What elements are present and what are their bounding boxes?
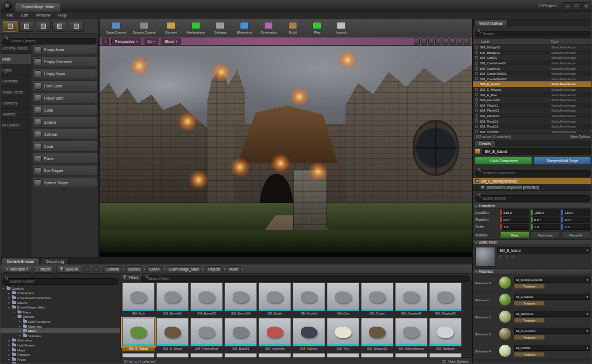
y-value-field[interactable]: 0.0 °	[531, 217, 560, 223]
viewport-3d-scene[interactable]	[100, 46, 472, 252]
folder-tree-item[interactable]: ▸ Effects	[1, 300, 120, 305]
folder-tree-item[interactable]: ▸ Maps	[1, 310, 120, 315]
toolbar-button[interactable]: Cinematics	[260, 22, 277, 34]
expand-caret-icon[interactable]: ▸	[19, 319, 22, 323]
outliner-search-input[interactable]	[475, 31, 591, 37]
x-value-field[interactable]: 1.0	[500, 224, 529, 230]
expand-caret-icon[interactable]: ▸	[8, 306, 11, 309]
mobility-option-button[interactable]: Static	[500, 231, 529, 238]
modes-category[interactable]: Lights	[1, 65, 31, 76]
scale-tool-icon[interactable]	[428, 38, 434, 45]
camera-speed-icon[interactable]	[457, 38, 463, 45]
toolbar-button[interactable]: Launch	[332, 22, 350, 34]
maximize-viewport-icon[interactable]	[464, 38, 470, 45]
level-tab[interactable]: ExamVillage_Main	[15, 3, 61, 12]
outliner-row[interactable]: SM_Bridge01 StaticMeshActor	[473, 45, 592, 50]
expand-caret-icon[interactable]: ▸	[8, 291, 11, 295]
asset-tile[interactable]: SM_Stairs	[122, 353, 155, 357]
asset-tile[interactable]: SM_Boat01	[224, 318, 257, 351]
filter-funnel-icon[interactable]	[123, 275, 127, 279]
section-materials[interactable]: ▾ Materials	[473, 268, 592, 274]
mobility-option-button[interactable]: Movable	[561, 231, 590, 238]
component-row[interactable]: StaticMeshComponent (Inherited)	[473, 184, 592, 190]
textures-badge[interactable]: Textures	[514, 301, 545, 306]
visibility-eye-icon[interactable]	[475, 125, 478, 128]
asset-tile[interactable]: SM_Stone02	[224, 353, 257, 357]
visibility-eye-icon[interactable]	[475, 82, 478, 86]
outliner-row[interactable]: SM_Bridge02 StaticMeshActor	[473, 50, 592, 56]
breadcrumb-item[interactable]: ILMAP	[146, 266, 163, 272]
expand-caret-icon[interactable]: ▸	[8, 348, 11, 351]
placeable-item[interactable]: Empty Character ⋮⋮	[32, 56, 97, 67]
asset-tile[interactable]: SM_Window	[429, 353, 462, 357]
menu-item[interactable]: Help	[54, 12, 70, 19]
visibility-eye-icon[interactable]	[475, 114, 478, 118]
placeable-item[interactable]: Empty Pawn ⋮⋮	[32, 68, 97, 79]
maximize-button[interactable]: □	[573, 2, 581, 9]
material-thumbnail[interactable]	[498, 327, 512, 340]
use-selected-asset-icon[interactable]	[504, 255, 509, 260]
folder-tree-item[interactable]: ▸ Objects	[1, 315, 120, 319]
modes-category[interactable]: Recently Placed	[1, 43, 31, 54]
textures-badge[interactable]: Textures	[514, 335, 545, 340]
toolbar-button[interactable]: Content	[162, 22, 180, 34]
asset-tile[interactable]: SM_Tent	[327, 318, 359, 351]
static-mesh-thumbnail[interactable]	[475, 247, 495, 267]
modes-category[interactable]: Basic	[1, 54, 31, 65]
visibility-eye-icon[interactable]	[475, 46, 478, 49]
outliner-row[interactable]: SM_Rock01 StaticMeshActor	[473, 118, 592, 124]
visibility-eye-icon[interactable]	[475, 62, 478, 65]
outliner-row[interactable]: SM_E_Pier StaticMeshActor	[473, 92, 592, 97]
outliner-row[interactable]: SM_Pillar01 StaticMeshActor	[473, 103, 592, 108]
add-new-button[interactable]: +Add New▾	[3, 266, 31, 273]
visibility-eye-icon[interactable]	[475, 93, 478, 96]
reset-asset-icon[interactable]	[511, 255, 516, 260]
material-thumbnail[interactable]	[498, 293, 512, 306]
outliner-row[interactable]: SM_Castle01 StaticMeshActor	[473, 65, 592, 71]
view-options-button[interactable]: View Options	[442, 360, 469, 363]
blueprint-add-script-button[interactable]: Blueprint/Add Script	[534, 157, 591, 164]
forward-button[interactable]: →	[92, 266, 99, 272]
asset-tile[interactable]: SM_Arch	[122, 283, 155, 316]
asset-tile[interactable]: SM_Table	[259, 353, 291, 357]
asset-tile[interactable]: SM_Bench01	[224, 283, 257, 316]
static-mesh-select[interactable]: SM_E_Island ▾	[497, 247, 590, 253]
outliner-row[interactable]: SM_CastleWall02 StaticMeshActor	[473, 76, 592, 82]
placeable-item[interactable]: Cube ⋮⋮	[32, 104, 97, 115]
menu-item[interactable]: Edit	[17, 12, 32, 19]
material-select[interactable]: M_MossyGround▾	[514, 277, 590, 283]
expand-caret-icon[interactable]: ▸	[8, 343, 11, 346]
textures-badge[interactable]: Textures	[514, 318, 545, 323]
x-value-field[interactable]: 510.0	[500, 209, 529, 216]
folder-tree-item[interactable]: ▸ LightFunctions	[1, 319, 120, 324]
folder-tree-item[interactable]: ▸ Scenes	[1, 362, 120, 364]
visibility-eye-icon[interactable]	[475, 119, 478, 123]
material-thumbnail[interactable]	[498, 310, 512, 323]
visibility-eye-icon[interactable]	[475, 67, 478, 70]
content-browser-tab[interactable]: Content Browser	[2, 258, 40, 264]
outliner-row[interactable]: SM_Rock02 StaticMeshActor	[473, 124, 592, 129]
toolbar-button[interactable]: Save Current	[106, 22, 126, 34]
folder-tree-item[interactable]: ▸ LightAssets	[1, 343, 120, 348]
component-row[interactable]: SM_E_Island(Instance)	[473, 178, 592, 184]
toolbar-button[interactable]: Blueprints	[235, 22, 253, 34]
expand-caret-icon[interactable]: ▸	[8, 301, 11, 304]
outliner-row[interactable]: SM_Cart01 StaticMeshActor	[473, 55, 592, 60]
textures-badge[interactable]: Textures	[514, 284, 545, 289]
expand-caret-icon[interactable]: ▸	[8, 296, 11, 299]
placeable-item[interactable]: Point Light ⋮⋮	[32, 80, 97, 91]
rotation-snap-icon[interactable]	[442, 38, 448, 45]
menu-item[interactable]: File	[3, 12, 17, 19]
modes-category[interactable]: Visual Effects	[1, 87, 31, 98]
modes-category[interactable]: Volumes	[1, 109, 31, 120]
breadcrumb-item[interactable]: Scenes	[125, 266, 143, 272]
filters-label[interactable]: Filters	[129, 275, 139, 279]
placeable-item[interactable]: Empty Actor ⋮⋮	[32, 44, 97, 55]
mode-tool-icon[interactable]	[3, 21, 18, 32]
folder-tree-item[interactable]: ▸ Content	[1, 286, 120, 291]
grid-snap-icon[interactable]	[435, 38, 441, 45]
folder-search-input[interactable]	[2, 278, 118, 285]
z-value-field[interactable]: 1.0	[561, 224, 590, 230]
visibility-eye-icon[interactable]	[475, 77, 478, 80]
asset-tile[interactable]: SM_E_Island	[122, 318, 155, 351]
